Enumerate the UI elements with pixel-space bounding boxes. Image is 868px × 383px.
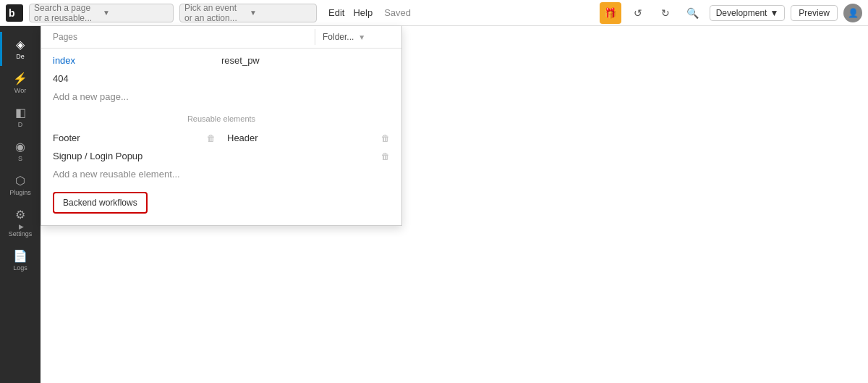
settings-label: Settings [9,230,33,237]
sidebar-item-plugins[interactable]: ⬡ Plugins [0,168,41,202]
backend-workflows-btn[interactable]: Backend workflows [53,192,148,214]
search-page-dropdown[interactable]: Search a page or a reusable... ▼ [29,4,174,22]
reusable-row-signup[interactable]: Signup / Login Popup 🗑 [41,147,401,165]
event-placeholder: Pick an event or an action... [184,3,247,23]
preview-label: Preview [799,8,830,18]
reusable-list: Footer 🗑 Header 🗑 Signup / Login Popup 🗑… [41,126,401,186]
gift-icon-btn[interactable]: 🎁 [600,2,621,24]
page-index-link[interactable]: index [53,55,221,66]
saved-status: Saved [384,7,411,18]
search-icon-btn[interactable]: 🔍 [682,2,704,24]
folder-label: Folder... [323,32,354,42]
sidebar-item-logs[interactable]: 📄 Logs [0,243,41,277]
reusable-header-label: Header [216,132,375,143]
sidebar: ‹ ◈ De ⚡ Wor ◧ D ◉ S ⬡ Plugins ⚙ ▶ Setti… [0,26,41,383]
main-layout: ‹ ◈ De ⚡ Wor ◧ D ◉ S ⬡ Plugins ⚙ ▶ Setti… [0,26,868,383]
page-row-404[interactable]: 404 [41,70,401,88]
search-arrow-icon: ▼ [103,9,169,17]
header-trash-icon[interactable]: 🗑 [381,133,390,143]
page-reset-pw[interactable]: reset_pw [221,55,390,66]
plugins-label: Plugins [9,189,31,196]
add-reusable-row[interactable]: Add a new reusable element... [41,165,401,183]
search-placeholder: Search a page or a reusable... [34,3,100,23]
data-icon: ◧ [15,106,26,119]
edit-link[interactable]: Edit [328,7,344,18]
forward-icon-btn[interactable]: ↻ [655,2,676,24]
pages-dropdown-menu: Pages Folder... ▼ index reset_pw 404 [41,26,402,226]
folder-chevron-icon: ▼ [358,33,365,41]
folder-dropdown[interactable]: Folder... ▼ [315,29,401,45]
pages-list: index reset_pw 404 Add a new page... [41,49,401,109]
main-content: Pages Folder... ▼ index reset_pw 404 [41,26,868,383]
page-404: 404 [53,73,221,84]
sidebar-item-workflow[interactable]: ⚡ Wor [0,66,41,100]
sidebar-item-data[interactable]: ◧ D [0,100,41,134]
preview-btn[interactable]: Preview [791,5,838,21]
reusable-row-footer[interactable]: Footer 🗑 Header 🗑 [41,129,401,147]
refresh-icon-btn[interactable]: ↺ [627,2,649,24]
dev-mode-btn[interactable]: Development ▼ [710,5,786,21]
app-logo[interactable]: b [6,4,23,22]
help-link[interactable]: Help [353,7,373,18]
sidebar-item-settings[interactable]: ⚙ ▶ Settings [0,202,41,243]
event-arrow-icon: ▼ [250,9,312,17]
signup-trash-icon[interactable]: 🗑 [381,151,390,161]
topbar-nav: Edit Help Saved [328,7,411,18]
user-avatar[interactable]: 👤 [843,4,862,22]
plugins-icon: ⬡ [15,174,25,188]
dev-chevron-icon: ▼ [770,8,778,18]
page-row-index[interactable]: index reset_pw [41,51,401,70]
reusable-footer-label: Footer [53,132,201,143]
footer-trash-icon[interactable]: 🗑 [207,133,216,143]
event-action-dropdown[interactable]: Pick an event or an action... ▼ [179,4,317,22]
topbar-right: 🎁 ↺ ↻ 🔍 Development ▼ Preview 👤 [600,2,862,24]
pages-col-header: Pages [41,26,315,48]
workflow-icon: ⚡ [13,72,27,85]
logs-icon: 📄 [13,249,27,263]
logs-label: Logs [13,264,27,272]
design-icon: ◈ [16,38,25,51]
reusable-signup-label: Signup / Login Popup [53,151,375,161]
sidebar-item-design[interactable]: ◈ De [0,32,41,66]
dropdown-header: Pages Folder... ▼ [41,26,401,49]
settings-icon: ⚙ [15,208,25,222]
dev-mode-label: Development [716,8,767,18]
active-indicator [0,32,2,66]
add-page-row[interactable]: Add a new page... [41,88,401,106]
svg-text:b: b [9,7,15,19]
sidebar-item-styles[interactable]: ◉ S [0,134,41,168]
reusable-section-header: Reusable elements [41,109,401,126]
topbar: b Search a page or a reusable... ▼ Pick … [0,0,868,26]
styles-icon: ◉ [15,140,25,153]
backend-section: Backend workflows [41,186,401,225]
add-reusable-label[interactable]: Add a new reusable element... [53,169,390,180]
add-page-label[interactable]: Add a new page... [53,91,390,102]
